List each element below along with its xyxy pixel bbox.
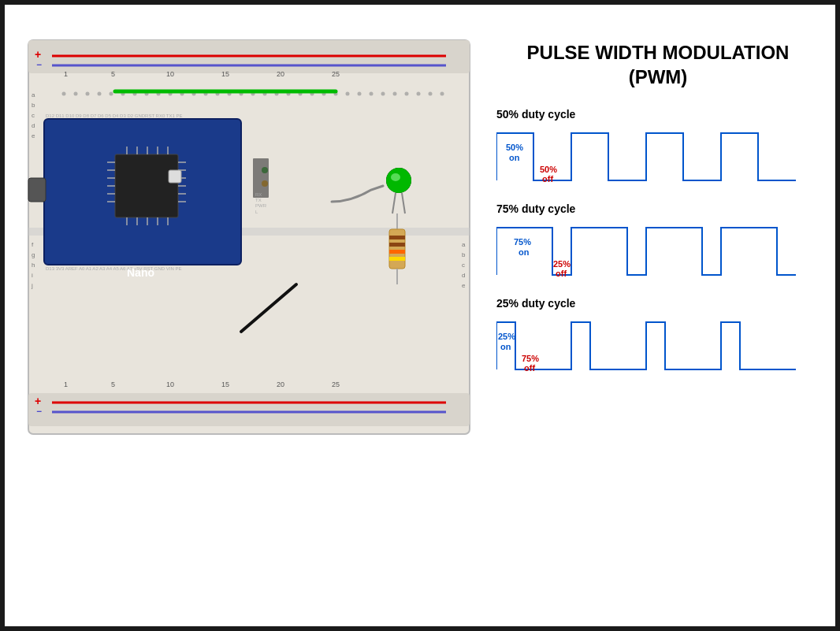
duty-75-waveform: 75% on 25% off <box>496 220 796 283</box>
svg-rect-84 <box>169 170 181 183</box>
svg-point-55 <box>440 91 444 95</box>
waveform-25-svg: 25% on 75% off <box>496 314 796 377</box>
svg-text:10: 10 <box>166 70 174 78</box>
svg-point-49 <box>370 91 374 95</box>
svg-point-51 <box>393 91 397 95</box>
svg-text:50%: 50% <box>506 143 523 152</box>
svg-text:c: c <box>462 262 465 269</box>
svg-text:h: h <box>32 262 35 269</box>
svg-text:off: off <box>556 269 567 278</box>
svg-point-48 <box>358 91 362 95</box>
svg-text:75%: 75% <box>522 354 539 363</box>
pwm-title: PULSE WIDTH MODULATION (PWM) <box>496 40 820 89</box>
svg-text:−: − <box>36 406 42 417</box>
svg-text:a: a <box>462 241 466 248</box>
svg-text:i: i <box>32 272 33 279</box>
svg-text:e: e <box>32 132 35 139</box>
svg-rect-83 <box>28 178 46 202</box>
svg-point-25 <box>86 91 90 95</box>
svg-text:off: off <box>542 174 553 184</box>
svg-point-95 <box>391 173 400 181</box>
svg-point-50 <box>381 91 385 95</box>
svg-text:D13  3V3 AREF A0   A1   A2   A: D13 3V3 AREF A0 A1 A2 A3 A4 A5 A6 A7 +5V… <box>46 266 182 271</box>
svg-text:25%: 25% <box>553 259 571 269</box>
svg-rect-112 <box>28 393 470 426</box>
waveform-75-svg: 75% on 25% off <box>496 220 796 283</box>
svg-text:50%: 50% <box>540 165 557 174</box>
svg-point-23 <box>62 91 66 95</box>
svg-point-27 <box>110 91 113 95</box>
svg-text:20: 20 <box>277 380 284 388</box>
waveform-50-svg: 50% on 50% off <box>496 125 796 188</box>
svg-text:10: 10 <box>166 380 174 388</box>
duty-75-section: 75% duty cycle 75% on 25% off <box>496 202 820 283</box>
svg-text:25: 25 <box>332 380 340 388</box>
breadboard-svg: + − 1 5 10 15 20 25 a b c d e f g h i j <box>20 32 478 442</box>
svg-text:5: 5 <box>111 380 115 388</box>
main-container: + − 1 5 10 15 20 25 a b c d e f g h i j <box>0 0 840 631</box>
svg-text:j: j <box>31 282 33 289</box>
svg-text:on: on <box>509 153 520 162</box>
svg-text:−: − <box>36 59 42 70</box>
duty-75-label: 75% duty cycle <box>496 202 820 215</box>
svg-text:1: 1 <box>64 70 68 78</box>
breadboard-panel: + − 1 5 10 15 20 25 a b c d e f g h i j <box>20 32 478 599</box>
svg-text:75%: 75% <box>514 237 531 247</box>
svg-text:b: b <box>32 102 35 109</box>
svg-point-47 <box>346 91 350 95</box>
svg-point-54 <box>429 91 433 95</box>
svg-rect-57 <box>115 154 178 217</box>
duty-50-section: 50% duty cycle 50% on 50% off <box>496 108 820 188</box>
duty-50-waveform: 50% on 50% off <box>496 125 796 188</box>
svg-rect-102 <box>389 243 405 247</box>
svg-text:20: 20 <box>277 70 284 78</box>
svg-text:15: 15 <box>221 70 229 78</box>
duty-50-label: 50% duty cycle <box>496 108 820 121</box>
svg-point-53 <box>417 91 421 95</box>
svg-point-52 <box>405 91 409 95</box>
pwm-panel: PULSE WIDTH MODULATION (PWM) 50% duty cy… <box>481 40 820 592</box>
svg-text:e: e <box>462 282 466 289</box>
svg-text:15: 15 <box>221 380 229 388</box>
svg-text:RX: RX <box>255 192 262 197</box>
svg-text:off: off <box>524 363 535 373</box>
svg-rect-104 <box>389 257 405 261</box>
svg-point-26 <box>98 91 102 95</box>
svg-point-94 <box>386 168 411 193</box>
svg-rect-101 <box>389 236 405 239</box>
svg-text:a: a <box>32 91 35 98</box>
svg-text:PWR: PWR <box>255 203 267 208</box>
svg-text:g: g <box>32 251 35 258</box>
svg-text:d: d <box>32 122 35 129</box>
svg-text:TX: TX <box>255 198 262 202</box>
duty-25-label: 25% duty cycle <box>496 297 820 310</box>
svg-text:5: 5 <box>111 70 115 78</box>
duty-25-section: 25% duty cycle 25% on 75% off <box>496 297 820 377</box>
svg-text:on: on <box>500 342 511 351</box>
svg-text:D12 D11 D10 D9   D8   D7   D6 : D12 D11 D10 D9 D8 D7 D6 D5 D4 D3 D2 GNDR… <box>46 113 183 118</box>
svg-rect-103 <box>389 250 405 254</box>
svg-text:25: 25 <box>332 70 340 78</box>
duty-25-waveform: 25% on 75% off <box>496 314 796 377</box>
svg-text:1: 1 <box>64 380 68 388</box>
svg-text:c: c <box>32 112 35 119</box>
svg-rect-100 <box>389 229 405 269</box>
svg-text:b: b <box>462 251 466 258</box>
svg-text:on: on <box>518 247 530 257</box>
svg-text:d: d <box>462 272 465 279</box>
svg-point-24 <box>74 91 78 95</box>
svg-text:25%: 25% <box>498 332 515 341</box>
